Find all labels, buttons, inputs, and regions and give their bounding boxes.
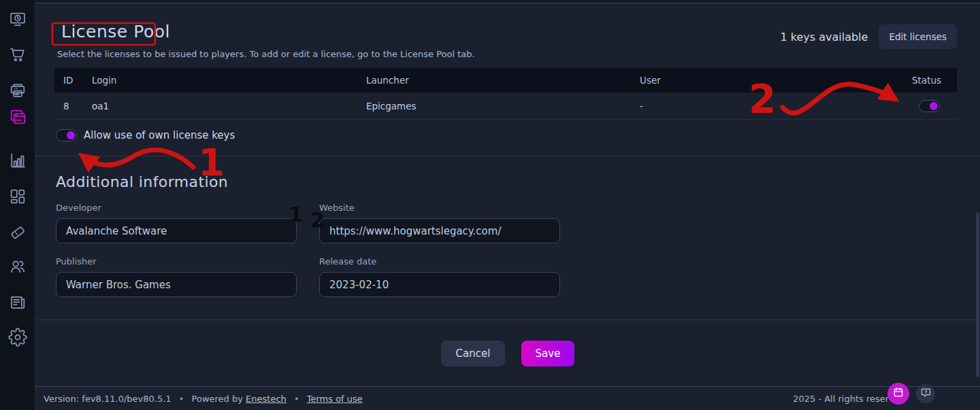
sidebar-item-clients[interactable]	[8, 257, 27, 276]
actions-divider	[35, 320, 980, 320]
cart-icon	[8, 54, 27, 67]
cell-launcher: Epicgames	[366, 101, 640, 112]
enestech-link[interactable]: Enestech	[246, 394, 287, 404]
allow-own-keys-toggle[interactable]	[56, 129, 77, 141]
page-title: License Pool	[57, 20, 174, 43]
page-subtitle: Select the licenses to be issued to play…	[57, 49, 475, 59]
action-buttons: Cancel Save	[35, 341, 980, 366]
monitor-clock-icon	[8, 19, 27, 32]
website-input[interactable]	[319, 218, 560, 243]
gear-icon	[8, 337, 27, 349]
toggle-knob	[930, 102, 938, 110]
top-divider	[35, 0, 980, 3]
website-label: Website	[319, 203, 560, 213]
license-status-toggle[interactable]	[919, 100, 940, 112]
cell-login: oa1	[92, 101, 366, 112]
sidebar-item-settings[interactable]	[8, 328, 27, 347]
calendar-icon	[892, 386, 904, 401]
blocks-icon	[8, 196, 27, 209]
help-fab-button[interactable]: ?	[916, 384, 935, 403]
printer-icon	[8, 90, 27, 103]
cell-user: -	[640, 101, 912, 112]
column-header-id: ID	[63, 75, 92, 86]
developer-field-group: Developer	[56, 203, 297, 243]
section-divider	[35, 156, 980, 156]
release-date-field-group: Release date	[319, 256, 560, 297]
sidebar-item-shop[interactable]	[8, 45, 27, 64]
ticket-icon	[8, 232, 27, 245]
keys-available-text: 1 keys available	[780, 31, 868, 44]
column-header-status: Status	[912, 75, 960, 86]
calendar-fab-button[interactable]	[887, 383, 909, 405]
footer: Version: fev8.11.0/bev80.5.1 • Powered b…	[35, 386, 980, 410]
column-header-user: User	[640, 75, 912, 86]
edit-licenses-button[interactable]: Edit licenses	[879, 24, 957, 49]
additional-info-form: Developer Website Publisher Release date	[56, 203, 560, 297]
main-content: License Pool Select the licenses to be i…	[35, 0, 980, 410]
windows-icon	[8, 116, 27, 129]
sidebar	[0, 0, 35, 410]
allow-own-keys-row: Allow use of own license keys	[56, 129, 235, 141]
sidebar-item-printing[interactable]	[8, 81, 27, 100]
toggle-knob	[67, 131, 75, 139]
column-header-launcher: Launcher	[366, 75, 640, 86]
svg-text:?: ?	[924, 389, 927, 394]
publisher-field-group: Publisher	[56, 256, 297, 297]
powered-by-text: Powered by	[192, 394, 243, 404]
sidebar-item-tickets[interactable]	[8, 223, 27, 242]
table-header: ID Login Launcher User Status	[54, 68, 957, 92]
license-table: ID Login Launcher User Status 8 oa1 Epic…	[54, 68, 957, 120]
cancel-button[interactable]: Cancel	[441, 341, 505, 366]
sidebar-item-news[interactable]	[8, 293, 27, 312]
table-row: 8 oa1 Epicgames -	[54, 92, 957, 120]
release-date-label: Release date	[319, 256, 560, 267]
news-icon	[8, 302, 27, 315]
column-header-login: Login	[92, 75, 366, 86]
additional-info-title: Additional information	[56, 173, 228, 190]
publisher-input[interactable]	[56, 272, 297, 297]
bar-chart-icon	[8, 160, 27, 173]
users-icon	[8, 266, 27, 279]
publisher-label: Publisher	[56, 256, 297, 267]
website-field-group: Website	[319, 203, 560, 243]
save-button[interactable]: Save	[521, 341, 574, 366]
footer-left: Version: fev8.11.0/bev80.5.1 • Powered b…	[44, 394, 363, 404]
cell-id: 8	[63, 101, 92, 112]
release-date-input[interactable]	[319, 272, 560, 297]
header-left: License Pool Select the licenses to be i…	[57, 20, 475, 59]
help-bubble-icon: ?	[920, 387, 932, 401]
allow-own-keys-label: Allow use of own license keys	[84, 129, 235, 141]
sidebar-item-modules[interactable]	[8, 187, 27, 206]
version-text: Version: fev8.11.0/bev80.5.1	[44, 394, 172, 404]
sidebar-item-sessions[interactable]	[8, 10, 27, 29]
vertical-scrollbar[interactable]	[976, 212, 979, 377]
terms-of-use-link[interactable]: Terms of use	[307, 394, 363, 404]
developer-input[interactable]	[56, 218, 297, 243]
sidebar-item-applications[interactable]	[8, 107, 27, 126]
sidebar-item-statistics[interactable]	[8, 151, 27, 170]
developer-label: Developer	[56, 203, 297, 213]
